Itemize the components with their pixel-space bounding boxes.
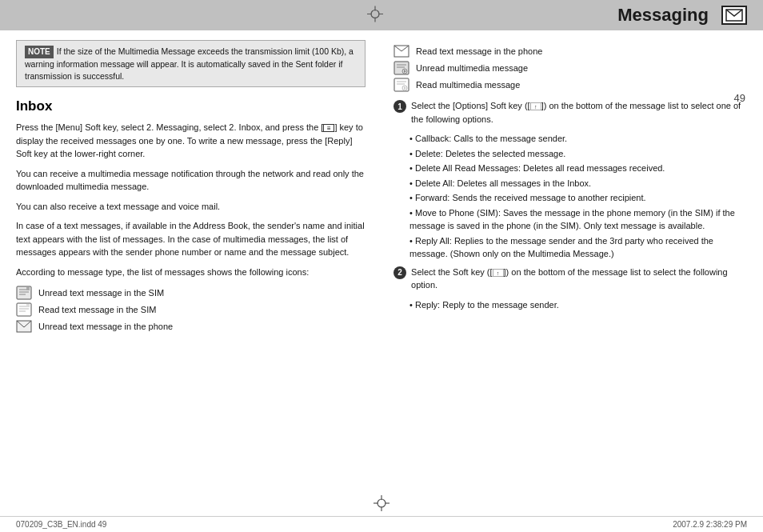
unread-multimedia-icon xyxy=(393,62,409,74)
step-2-number: 2 xyxy=(393,266,406,279)
crosshair-top-icon xyxy=(366,6,384,23)
bullet-delete-all: Delete All: Deletes all messages in the … xyxy=(409,177,747,190)
step-1-text: Select the [Options] Soft key ([ ↑]) on … xyxy=(411,99,747,126)
footer-right: 2007.2.9 2:38:29 PM xyxy=(673,520,747,529)
bullet-reply: Reply: Reply to the message sender. xyxy=(409,298,747,312)
list-item: Read text message in the SIM xyxy=(16,303,366,316)
step-2-text: Select the Soft key ([ ↑]) on the bottom… xyxy=(411,266,747,292)
inbox-para-4: In case of a text messages, if available… xyxy=(16,219,366,259)
bullet-delete-all-read: Delete All Read Messages: Deletes all re… xyxy=(409,162,747,175)
right-column: Read text message in the phone Unread mu… xyxy=(389,40,747,490)
header-container: Messaging xyxy=(0,0,763,30)
bullet-callback: Callback: Calls to the message sender. xyxy=(409,132,747,146)
read-phone-label: Read text message in the phone xyxy=(416,46,542,56)
page-title: Messaging xyxy=(617,5,709,26)
unread-multimedia-label: Unread multimedia message xyxy=(416,63,528,73)
bullet-reply-all: Reply All: Replies to the message sender… xyxy=(409,234,747,261)
note-label: NOTE xyxy=(25,46,54,58)
left-column: NOTEIf the size of the Multimedia Messag… xyxy=(16,40,374,490)
unread-phone-label: Unread text message in the phone xyxy=(38,322,173,331)
page-number: 49 xyxy=(734,92,745,104)
svg-point-28 xyxy=(378,499,385,507)
note-text: If the size of the Multimedia Message ex… xyxy=(25,46,354,81)
left-icon-list: Unread text message in the SIM Read text… xyxy=(16,286,366,333)
step-2: 2 Select the Soft key ([ ↑]) on the bott… xyxy=(393,266,747,292)
step-2-bullets: Reply: Reply to the message sender. xyxy=(409,298,747,312)
note-box: NOTEIf the size of the Multimedia Messag… xyxy=(16,40,366,87)
list-item: Unread text message in the phone xyxy=(16,320,366,333)
step-1-bullets: Callback: Calls to the message sender. D… xyxy=(409,132,747,261)
main-content: NOTEIf the size of the Multimedia Messag… xyxy=(0,30,763,496)
read-phone-envelope-icon xyxy=(393,45,409,58)
inbox-para-3: You can also receive a text message and … xyxy=(16,200,366,214)
read-sim-icon xyxy=(16,303,32,316)
inbox-para-1: Press the [Menu] Soft key, select 2. Mes… xyxy=(16,121,366,161)
unread-sim-label: Unread text message in the SIM xyxy=(38,288,164,298)
list-item: Read multimedia message xyxy=(393,78,747,91)
crosshair-bottom-icon xyxy=(373,494,390,514)
mail-icon xyxy=(721,6,747,25)
list-item: Unread text message in the SIM xyxy=(16,286,366,299)
inbox-title: Inbox xyxy=(16,98,366,114)
list-item: Unread multimedia message xyxy=(393,62,747,74)
svg-rect-10 xyxy=(26,287,30,290)
unread-phone-icon xyxy=(16,320,32,333)
envelope-icon xyxy=(725,9,743,22)
unread-sim-icon xyxy=(16,286,32,299)
inbox-para-5: According to message type, the list of m… xyxy=(16,266,366,279)
read-multimedia-label: Read multimedia message xyxy=(416,80,520,90)
svg-point-0 xyxy=(371,10,379,18)
bullet-move-to-phone: Move to Phone (SIM): Saves the message i… xyxy=(409,206,747,233)
bullet-delete: Delete: Deletes the selected message. xyxy=(409,147,747,161)
right-icon-list: Read text message in the phone Unread mu… xyxy=(393,45,747,91)
footer: 070209_C3B_EN.indd 49 2007.2.9 2:38:29 P… xyxy=(0,516,763,532)
inbox-para-2: You can receive a multimedia message not… xyxy=(16,167,366,194)
list-item: Read text message in the phone xyxy=(393,45,747,58)
read-multimedia-icon xyxy=(393,78,409,91)
read-sim-label: Read text message in the SIM xyxy=(38,305,156,314)
step-1-number: 1 xyxy=(393,100,406,113)
bullet-forward: Forward: Sends the received message to a… xyxy=(409,191,747,205)
footer-left: 070209_C3B_EN.indd 49 xyxy=(16,520,106,529)
step-1: 1 Select the [Options] Soft key ([ ↑]) o… xyxy=(393,99,747,126)
svg-rect-15 xyxy=(26,304,30,307)
